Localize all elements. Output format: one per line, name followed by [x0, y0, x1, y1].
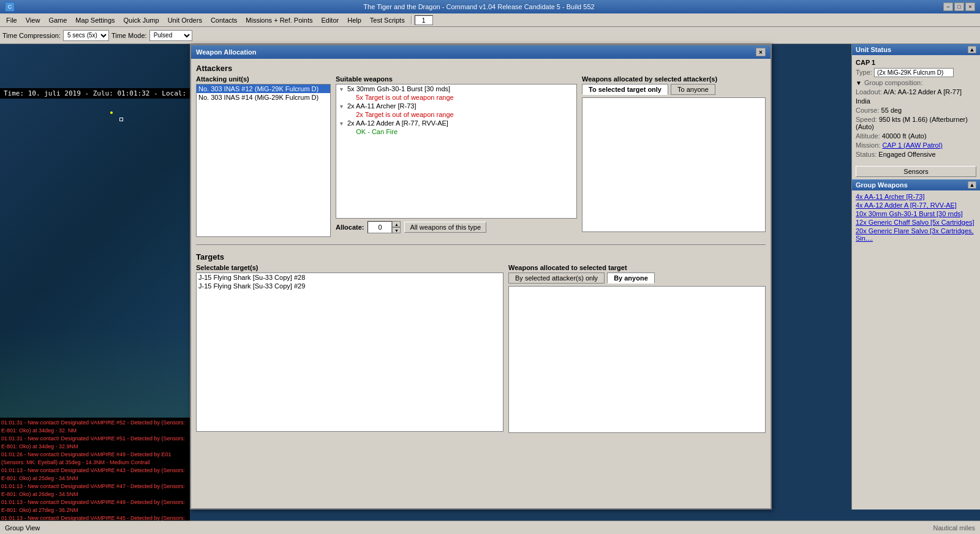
group-weapons-title: Group Weapons	[856, 181, 908, 189]
attacking-units-label: Attacking unit(s)	[196, 75, 331, 83]
group-weapon-2[interactable]: 4x AA-12 Adder A [R-77, RVV-AE]	[856, 201, 976, 209]
weapon-tree-item-3[interactable]: ▼ 2x AA-11 Archer [R-73]	[336, 102, 576, 110]
status-bar: Group View Nautical miles	[0, 521, 980, 534]
spinner-down[interactable]: ▼	[392, 227, 401, 233]
unit-status-header: Unit Status ▲	[852, 44, 980, 55]
dialog-title-bar: Weapon Allocation ×	[191, 45, 771, 59]
menu-file[interactable]: File	[2, 15, 21, 25]
mission-row: Mission: CAP 1 (AAW Patrol)	[856, 141, 976, 149]
menu-help[interactable]: Help	[344, 15, 365, 25]
menu-map-settings[interactable]: Map Settings	[72, 15, 118, 25]
maximize-button[interactable]: □	[954, 2, 964, 11]
altitude-value: 40000 ft (Auto)	[882, 132, 927, 140]
suitable-weapons-label: Suitable weapons	[336, 75, 577, 83]
weapon-tree-item-6[interactable]: OK - Can Fire	[336, 127, 576, 136]
tab-selected-target[interactable]: To selected target only	[582, 84, 668, 95]
altitude-row: Altitude: 40000 ft (Auto)	[856, 132, 976, 140]
log-line-6: 01:01:13 - New contact! Designated VAMPI…	[1, 498, 189, 514]
weapon-tree-item-1[interactable]: ▼ 5x 30mm Gsh-30-1 Burst [30 mds]	[336, 85, 576, 93]
menu-unit-orders[interactable]: Unit Orders	[164, 15, 206, 25]
map-dot-2	[110, 111, 113, 114]
section-divider	[196, 244, 766, 245]
menu-contacts[interactable]: Contacts	[207, 15, 241, 25]
menu-game[interactable]: Game	[45, 15, 70, 25]
tab-anyone[interactable]: To anyone	[671, 84, 715, 95]
dialog-body: Attackers Attacking unit(s) No. 303 INAS…	[191, 59, 771, 508]
log-line-2: 01:01:31 - New contact! Designated VAMPI…	[1, 435, 189, 451]
attacking-unit-2[interactable]: No. 303 INAS #14 (MiG-29K Fulcrum D)	[197, 93, 330, 102]
all-weapons-button[interactable]: All weapons of this type	[404, 222, 486, 233]
target-item-1[interactable]: J-15 Flying Shark [Su-33 Copy] #28	[197, 273, 503, 282]
group-weapon-1[interactable]: 4x AA-11 Archer [R-73]	[856, 193, 976, 200]
menu-editor[interactable]: Editor	[317, 15, 342, 25]
minimize-button[interactable]: −	[943, 2, 953, 11]
loadout-value: A/A: AA-12 Adder A [R-77]	[883, 88, 962, 96]
group-weapons-header: Group Weapons ▲	[852, 179, 980, 190]
group-weapons-collapse[interactable]: ▲	[968, 181, 976, 189]
expand-icon-3: ▼	[339, 103, 344, 110]
group-composition-label: Group composition:	[864, 79, 922, 86]
allocated-weapons-list[interactable]	[582, 97, 766, 232]
status-row: Status: Engaged Offensive	[856, 151, 976, 158]
type-label: Type:	[856, 69, 872, 76]
allocated-to-target-list[interactable]	[508, 286, 766, 433]
spinner-up[interactable]: ▲	[392, 221, 401, 227]
allocated-to-target-panel: Weapons allocated to selected target By …	[508, 264, 766, 503]
status-right: Nautical miles	[933, 524, 975, 532]
log-line-5: 01:01:13 - New contact! Designated VAMPI…	[1, 483, 189, 498]
course-row: Course: 55 deg	[856, 107, 976, 114]
weapons-tree-list[interactable]: ▼ 5x 30mm Gsh-30-1 Burst [30 mds] 5x Tar…	[336, 84, 577, 219]
window-controls: − □ ×	[943, 2, 975, 11]
close-button[interactable]: ×	[965, 2, 975, 11]
mission-value[interactable]: CAP 1 (AAW Patrol)	[882, 141, 942, 149]
weapon-tree-item-4[interactable]: 2x Target is out of weapon range	[336, 110, 576, 119]
loadout-label: Loadout:	[856, 88, 882, 96]
time-mode-label: Time Mode:	[111, 32, 147, 39]
expand-icon-1: ▼	[339, 86, 344, 92]
target-item-2[interactable]: J-15 Flying Shark [Su-33 Copy] #29	[197, 282, 503, 290]
group-weapon-4[interactable]: 12x Generic Chaff Salvo [5x Cartridges]	[856, 219, 976, 226]
type-input[interactable]	[874, 68, 954, 77]
attacking-units-list[interactable]: No. 303 INAS #12 (MiG-29K Fulcrum D) No.…	[196, 84, 331, 237]
expand-group-icon[interactable]: ▼	[856, 80, 862, 86]
sensors-button[interactable]: Sensors	[856, 166, 976, 177]
group-weapon-3[interactable]: 10x 30mm Gsh-30-1 Burst [30 rnds]	[856, 210, 976, 217]
tab-by-anyone[interactable]: By anyone	[607, 273, 655, 284]
menu-missions-ref[interactable]: Missions + Ref. Points	[242, 15, 316, 25]
dialog-close-button[interactable]: ×	[756, 48, 766, 56]
menu-quick-jump[interactable]: Quick Jump	[120, 15, 163, 25]
allocated-tabs: To selected target only To anyone	[582, 84, 766, 95]
allocate-input[interactable]	[368, 221, 392, 233]
target-tabs: By selected attacker(s) only By anyone	[508, 273, 766, 284]
attackers-row: Attacking unit(s) No. 303 INAS #12 (MiG-…	[196, 75, 766, 237]
dialog-title: Weapon Allocation	[196, 48, 256, 56]
unit-status-collapse[interactable]: ▲	[968, 46, 976, 53]
group-name-row: CAP 1	[856, 59, 976, 66]
weapon-tree-label-2: 5x Target is out of weapon range	[356, 94, 453, 101]
map-area[interactable]	[0, 44, 190, 418]
type-row: Type:	[856, 68, 976, 77]
targets-title: Targets	[196, 252, 766, 261]
selectable-targets-list[interactable]: J-15 Flying Shark [Su-33 Copy] #28 J-15 …	[196, 273, 503, 432]
group-weapons-list: 4x AA-11 Archer [R-73] 4x AA-12 Adder A …	[852, 190, 980, 246]
allocate-row: Allocate: ▲ ▼ All weapons of this type	[336, 219, 577, 236]
weapon-tree-item-5[interactable]: ▼ 2x AA-12 Adder A [R-77, RVV-AE]	[336, 119, 576, 127]
time-mode-select[interactable]: Pulsed	[149, 30, 192, 41]
log-line-4: 01:01:13 - New contact! Designated VAMPI…	[1, 467, 189, 483]
menu-view[interactable]: View	[22, 15, 44, 25]
course-label: Course:	[856, 107, 880, 114]
time-compression-select[interactable]: 5 secs (5x)	[63, 30, 109, 41]
tab-by-attacker[interactable]: By selected attacker(s) only	[508, 273, 605, 284]
scenario-input[interactable]	[415, 15, 433, 25]
suitable-weapons-panel: Suitable weapons ▼ 5x 30mm Gsh-30-1 Burs…	[336, 75, 577, 237]
spinner-buttons: ▲ ▼	[392, 221, 401, 233]
attacking-unit-1[interactable]: No. 303 INAS #12 (MiG-29K Fulcrum D)	[197, 85, 330, 93]
log-area: 01:01:31 - New contact! Designated VAMPI…	[0, 418, 190, 534]
india-row: India	[856, 97, 976, 105]
india-value: India	[856, 97, 870, 105]
group-weapon-5[interactable]: 20x Generic Flare Salvo [3x Cartridges, …	[856, 227, 976, 242]
course-value: 55 deg	[881, 107, 902, 114]
weapon-tree-item-2[interactable]: 5x Target is out of weapon range	[336, 93, 576, 102]
menu-test-scripts[interactable]: Test Scripts	[366, 15, 409, 25]
attacking-units-panel: Attacking unit(s) No. 303 INAS #12 (MiG-…	[196, 75, 331, 237]
